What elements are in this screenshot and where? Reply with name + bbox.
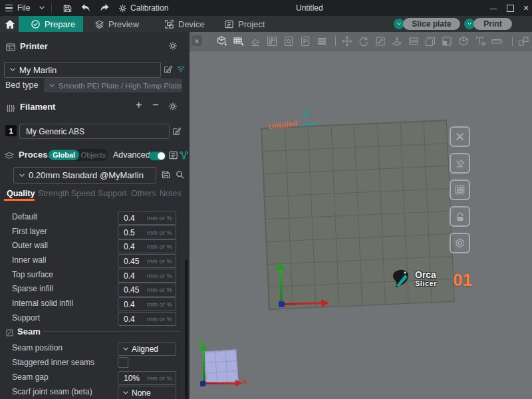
object-layers-icon[interactable] bbox=[316, 35, 328, 47]
auto-orient-icon[interactable] bbox=[249, 35, 261, 47]
param-unit: mm or % bbox=[147, 301, 176, 308]
param-value: 0.45 bbox=[118, 285, 147, 295]
seam-row: Scarf joint seam (beta) None bbox=[0, 386, 190, 399]
filament-preset-select[interactable]: My Generic ABS bbox=[19, 124, 170, 139]
rotate-icon[interactable] bbox=[358, 35, 370, 47]
calibration-menu[interactable]: Calibration bbox=[130, 0, 168, 16]
tab-device[interactable]: Device bbox=[164, 16, 205, 32]
save-preset-icon[interactable] bbox=[161, 170, 171, 180]
arrange-plate-button[interactable] bbox=[450, 180, 470, 200]
param-input[interactable]: 0.45mm or % bbox=[118, 283, 176, 297]
seam-position-select[interactable]: Aligned bbox=[118, 342, 176, 356]
navigator-y-label: y bbox=[199, 338, 203, 347]
object-list-icon[interactable] bbox=[168, 150, 178, 160]
arrange-icon[interactable] bbox=[266, 35, 278, 47]
remove-filament-icon[interactable]: − bbox=[152, 99, 158, 111]
assembly-view-icon[interactable] bbox=[517, 35, 529, 47]
filament-preset-value: My Generic ABS bbox=[20, 127, 84, 136]
tab-support[interactable]: Support bbox=[98, 189, 127, 198]
param-input[interactable]: 0.4mm or % bbox=[118, 239, 176, 253]
advanced-toggle[interactable] bbox=[149, 152, 166, 160]
text-tool-icon[interactable] bbox=[474, 35, 486, 47]
tab-project[interactable]: Project bbox=[224, 16, 265, 32]
scale-icon[interactable] bbox=[374, 35, 386, 47]
print-button[interactable]: Print bbox=[473, 18, 512, 30]
filament-section-title: Filament bbox=[20, 102, 55, 112]
lock-plate-button[interactable] bbox=[450, 206, 470, 227]
variable-layer-height-icon[interactable] bbox=[441, 35, 453, 47]
tab-others[interactable]: Others bbox=[131, 189, 156, 198]
seam-row: Staggered inner seams bbox=[0, 356, 190, 370]
viewport-3d[interactable]: « Untitled bbox=[190, 32, 532, 399]
delete-plate-button[interactable] bbox=[450, 126, 470, 147]
tab-strength[interactable]: Strength bbox=[38, 189, 69, 198]
param-unit: mm or % bbox=[147, 315, 176, 323]
close-button[interactable]: ✕ bbox=[519, 0, 532, 16]
add-filament-icon[interactable]: + bbox=[136, 99, 142, 111]
printer-settings-icon[interactable] bbox=[168, 41, 178, 51]
search-settings-icon[interactable] bbox=[175, 170, 185, 180]
redo-button[interactable] bbox=[99, 0, 110, 16]
x-axis-arrowhead bbox=[321, 299, 329, 307]
filament-edit-icon[interactable] bbox=[172, 126, 182, 136]
navigator-x-label: x bbox=[243, 377, 247, 386]
param-input[interactable]: 0.45mm or % bbox=[118, 254, 176, 268]
param-input[interactable]: 0.4mm or % bbox=[118, 312, 176, 326]
filament-settings-icon[interactable] bbox=[168, 101, 178, 112]
sidebar: Printer My Marlin Bed type Smooth PEI Pl… bbox=[0, 32, 190, 399]
param-input[interactable]: 0.5mm or % bbox=[118, 225, 176, 239]
active-tab-underline bbox=[4, 199, 35, 201]
mesh-boolean-icon[interactable] bbox=[458, 35, 469, 47]
tab-quality[interactable]: Quality bbox=[7, 189, 35, 198]
param-unit: mm or % bbox=[147, 286, 176, 293]
param-input[interactable]: 0.4mm or % bbox=[118, 269, 176, 283]
orca-logo-icon bbox=[389, 268, 412, 289]
undo-button[interactable] bbox=[80, 0, 91, 16]
save-button[interactable] bbox=[63, 0, 72, 16]
param-unit: mm or % bbox=[147, 257, 176, 265]
file-menu[interactable]: File bbox=[17, 0, 30, 16]
minimize-button[interactable]: — bbox=[487, 0, 500, 16]
move-icon[interactable] bbox=[341, 35, 353, 47]
tab-notes[interactable]: Notes bbox=[160, 189, 182, 198]
staggered-seams-checkbox[interactable] bbox=[118, 357, 128, 368]
add-object-icon[interactable] bbox=[216, 35, 228, 47]
orient-plate-button[interactable] bbox=[450, 153, 470, 174]
scarf-seam-select[interactable]: None bbox=[118, 386, 176, 399]
printer-preset-select[interactable]: My Marlin bbox=[4, 62, 161, 78]
seam-position-label: Seam position bbox=[12, 343, 63, 352]
tab-speed[interactable]: Speed bbox=[71, 189, 95, 198]
copy-icon[interactable] bbox=[283, 35, 295, 47]
add-plate-icon[interactable] bbox=[233, 35, 245, 47]
slice-plate-button[interactable]: Slice plate bbox=[403, 18, 460, 30]
process-mode-global[interactable]: Global bbox=[49, 150, 79, 160]
maximize-button[interactable] bbox=[503, 0, 517, 16]
advanced-label: Advanced bbox=[113, 150, 150, 160]
bed-type-select[interactable]: Smooth PEI Plate / High Temp Plate bbox=[44, 78, 182, 92]
clone-icon[interactable] bbox=[424, 35, 436, 47]
process-mode-objects[interactable]: Objects bbox=[80, 150, 107, 160]
rename-plate-icon[interactable]: ✎ bbox=[299, 110, 317, 127]
collapse-sidebar-icon[interactable]: « bbox=[192, 35, 202, 46]
cut-icon[interactable] bbox=[408, 35, 420, 47]
flatten-icon[interactable] bbox=[391, 35, 403, 47]
process-preset-select[interactable]: 0.20mm Standard @MyMarlin bbox=[13, 167, 156, 184]
calibration-icon[interactable] bbox=[118, 0, 128, 16]
param-row: Internal solid infill 0.4mm or % bbox=[0, 297, 190, 311]
seam-gap-input[interactable]: 10%mm or % bbox=[118, 371, 176, 385]
seam-gap-label: Seam gap bbox=[12, 372, 49, 382]
param-input[interactable]: 0.4mm or % bbox=[118, 297, 176, 311]
tab-prepare[interactable]: Prepare bbox=[19, 16, 83, 32]
printer-edit-icon[interactable] bbox=[163, 64, 173, 74]
printer-connection-icon[interactable] bbox=[176, 63, 186, 74]
param-value: 0.4 bbox=[118, 315, 147, 324]
measure-icon[interactable] bbox=[491, 35, 503, 47]
plate-settings-button[interactable] bbox=[450, 233, 470, 253]
file-menu-chevron-icon[interactable] bbox=[38, 0, 46, 16]
home-tab[interactable] bbox=[3, 16, 17, 32]
paste-icon[interactable] bbox=[299, 35, 311, 47]
param-input[interactable]: 0.4mm or % bbox=[118, 211, 176, 225]
menu-icon[interactable] bbox=[5, 0, 13, 16]
tab-preview[interactable]: Preview bbox=[94, 16, 139, 32]
process-compare-icon[interactable] bbox=[179, 150, 189, 160]
